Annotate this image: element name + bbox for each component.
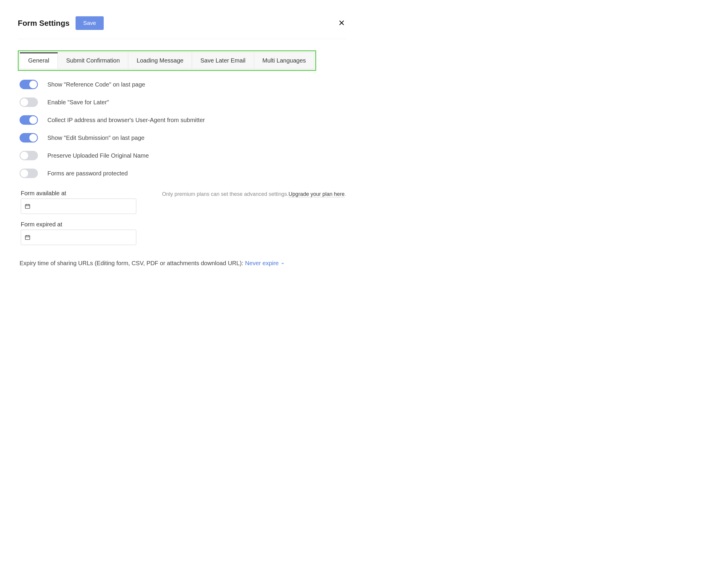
upgrade-plan-link[interactable]: Upgrade your plan here — [289, 191, 345, 197]
form-available-input[interactable] — [21, 199, 136, 214]
toggle-save-for-later[interactable] — [20, 97, 38, 107]
expiry-label: Expiry time of sharing URLs (Editing for… — [20, 260, 243, 267]
tab-save-later-email[interactable]: Save Later Email — [192, 52, 254, 69]
close-icon — [338, 20, 345, 26]
calendar-icon — [25, 203, 31, 209]
tab-general[interactable]: General — [20, 52, 58, 69]
save-button[interactable]: Save — [76, 16, 104, 30]
header: Form Settings Save — [18, 16, 346, 39]
date-section: Form available at Form expired at Only p… — [18, 190, 346, 245]
tab-multi-languages[interactable]: Multi Languages — [254, 52, 314, 69]
tabs: General Submit Confirmation Loading Mess… — [20, 52, 314, 69]
toggle-knob — [20, 152, 28, 159]
svg-rect-2 — [25, 204, 30, 208]
premium-note-text: Only premium plans can set these advance… — [162, 191, 289, 197]
calendar-icon — [25, 234, 31, 240]
form-expired-input[interactable] — [21, 230, 136, 245]
toggle-knob — [20, 98, 28, 106]
close-button[interactable] — [337, 18, 346, 28]
toggle-knob — [29, 134, 37, 142]
setting-row-preserve-filename: Preserve Uploaded File Original Name — [20, 151, 346, 160]
premium-note-period: . — [345, 191, 346, 197]
setting-label: Show "Reference Code" on last page — [47, 81, 145, 88]
toggle-edit-submission[interactable] — [20, 133, 38, 143]
setting-row-collect-ip: Collect IP address and browser's User-Ag… — [20, 115, 346, 125]
setting-label: Preserve Uploaded File Original Name — [47, 152, 149, 159]
toggle-password-protected[interactable] — [20, 169, 38, 178]
toggle-knob — [29, 81, 37, 88]
chevron-down-icon — [281, 261, 285, 265]
form-available-label: Form available at — [21, 190, 136, 197]
page-title: Form Settings — [18, 19, 70, 28]
toggle-knob — [20, 169, 28, 177]
tab-submit-confirmation[interactable]: Submit Confirmation — [58, 52, 128, 69]
toggle-reference-code[interactable] — [20, 80, 38, 89]
setting-label: Forms are password protected — [47, 170, 128, 177]
setting-row-reference-code: Show "Reference Code" on last page — [20, 80, 346, 89]
setting-row-password-protected: Forms are password protected — [20, 169, 346, 178]
setting-row-save-for-later: Enable "Save for Later" — [20, 97, 346, 107]
form-expired-label: Form expired at — [21, 221, 136, 228]
svg-rect-6 — [25, 236, 30, 239]
header-left: Form Settings Save — [18, 16, 104, 30]
expiry-dropdown[interactable]: Never expire — [245, 260, 284, 267]
expiry-row: Expiry time of sharing URLs (Editing for… — [18, 260, 346, 267]
setting-row-edit-submission: Show "Edit Submission" on last page — [20, 133, 346, 143]
tab-loading-message[interactable]: Loading Message — [128, 52, 192, 69]
form-available-field: Form available at — [21, 190, 136, 214]
setting-label: Show "Edit Submission" on last page — [47, 135, 145, 141]
toggle-preserve-filename[interactable] — [20, 151, 38, 160]
toggle-knob — [29, 116, 37, 124]
premium-note: Only premium plans can set these advance… — [162, 190, 346, 197]
settings-list: Show "Reference Code" on last page Enabl… — [18, 80, 346, 178]
expiry-selected: Never expire — [245, 260, 279, 267]
form-expired-field: Form expired at — [21, 221, 136, 245]
toggle-collect-ip[interactable] — [20, 115, 38, 125]
setting-label: Collect IP address and browser's User-Ag… — [47, 117, 205, 124]
setting-label: Enable "Save for Later" — [47, 99, 109, 106]
date-fields: Form available at Form expired at — [21, 190, 136, 245]
tabs-highlight-box: General Submit Confirmation Loading Mess… — [18, 50, 316, 71]
